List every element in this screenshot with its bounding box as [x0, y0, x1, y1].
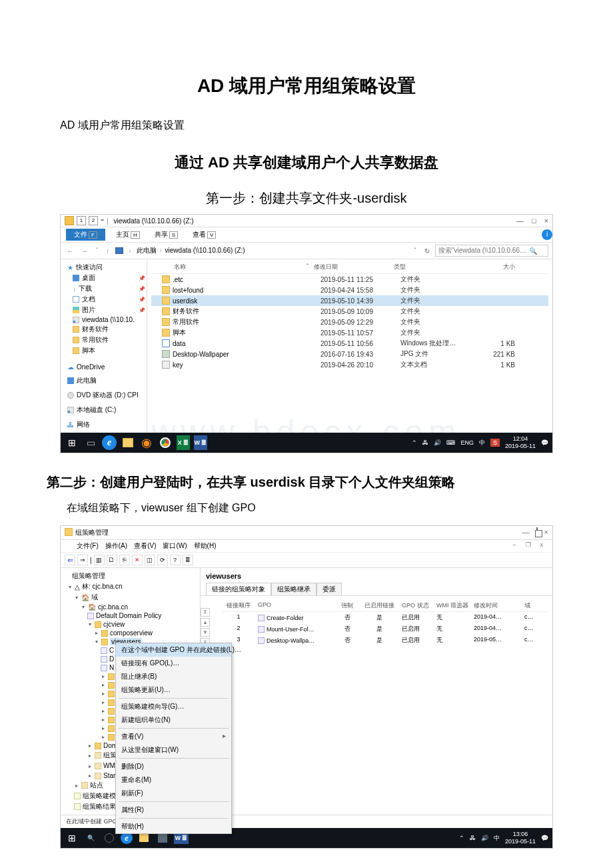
- forward-button[interactable]: ⇒: [77, 555, 88, 565]
- ime-lang-icon[interactable]: ENG: [460, 439, 474, 446]
- tree-domains[interactable]: 域: [91, 593, 98, 602]
- ctx-modeling-wizard[interactable]: 组策略建模向导(G)…: [116, 700, 231, 713]
- tray-up-icon[interactable]: ⌃: [459, 835, 464, 841]
- col-link-enabled[interactable]: 已启用链接: [359, 600, 399, 611]
- ctx-new-window[interactable]: 从这里创建窗口(W): [116, 743, 231, 757]
- sidebar-pictures[interactable]: 图片: [82, 305, 95, 315]
- sidebar-downloads[interactable]: 下载: [79, 284, 92, 293]
- up-button[interactable]: ↑: [104, 247, 111, 255]
- col-order[interactable]: 链接顺序: [222, 600, 255, 611]
- help-button[interactable]: ?: [170, 555, 181, 565]
- file-row[interactable]: key2019-04-26 20:10文本文档1 KB: [151, 359, 548, 370]
- properties-button[interactable]: 🗋: [107, 555, 117, 565]
- context-menu[interactable]: 在这个域中创建 GPO 并在此处链接(L)… 链接现有 GPO(L)… 阻止继承…: [115, 643, 232, 834]
- gpo-row[interactable]: 1Create-Folder否是已启用无2019-04…c…: [222, 612, 547, 623]
- file-row[interactable]: 脚本2019-05-11 10:57文件夹: [151, 327, 548, 338]
- tree-composerview[interactable]: composerview: [110, 629, 153, 637]
- file-row[interactable]: data2019-05-11 10:56Windows 批处理…1 KB: [151, 338, 548, 349]
- tree-modeling[interactable]: 组策略建模: [83, 791, 116, 801]
- tree-domain[interactable]: cjc.bna.cn: [98, 603, 128, 611]
- ctx-link-existing[interactable]: 链接现有 GPO(L)…: [116, 657, 231, 670]
- network-tray-icon[interactable]: 🖧: [470, 835, 476, 841]
- col-type[interactable]: 类型: [391, 261, 464, 273]
- gpo-row[interactable]: 3Desktop-Wallpa…否是已启用无2019-05…c…: [222, 635, 547, 646]
- file-row[interactable]: 常用软件2019-05-09 12:29文件夹: [151, 317, 548, 327]
- move-up-button[interactable]: ▲: [201, 618, 210, 627]
- volume-icon[interactable]: 🔊: [434, 439, 441, 446]
- option-button[interactable]: ◫: [145, 555, 155, 565]
- tree-forest[interactable]: 林: cjc.bna.cn: [82, 582, 123, 591]
- col-gpo[interactable]: GPO: [255, 600, 335, 611]
- menu-window[interactable]: 窗口(W): [160, 541, 189, 551]
- sidebar-thispc[interactable]: 此电脑: [77, 376, 97, 385]
- ctx-properties[interactable]: 属性(R): [116, 803, 231, 817]
- refresh-button[interactable]: ↻: [423, 247, 431, 255]
- tree-root[interactable]: 组策略管理: [72, 571, 105, 581]
- title-bar[interactable]: 组策略管理 — ×: [61, 526, 552, 540]
- sidebar-cdrive[interactable]: 本地磁盘 (C:): [77, 405, 116, 415]
- minimize-button[interactable]: —: [522, 528, 530, 537]
- sidebar-quick-access[interactable]: 快速访问: [76, 263, 103, 272]
- keyboard-icon[interactable]: ⌨: [446, 439, 455, 446]
- file-row[interactable]: .etc2019-05-11 11:25文件夹: [151, 274, 548, 285]
- menu-action[interactable]: 操作(A): [103, 541, 130, 551]
- ime-mode-icon[interactable]: 中: [479, 439, 485, 447]
- tree-gpo-link[interactable]: N: [109, 664, 114, 671]
- col-status[interactable]: GPO 状态: [399, 600, 434, 611]
- ctx-refresh[interactable]: 刷新(F): [116, 787, 231, 800]
- qat-2[interactable]: 2: [89, 216, 98, 225]
- search-input[interactable]: 搜索"viewdata (\\10.10.0.66…🔍: [435, 245, 548, 257]
- show-tree-button[interactable]: ▥: [94, 555, 105, 565]
- back-button[interactable]: ←: [65, 247, 75, 255]
- cortana-icon[interactable]: [102, 831, 117, 845]
- tree-sites[interactable]: 站点: [90, 781, 103, 790]
- ctx-create-link[interactable]: 在这个域中创建 GPO 并在此处链接(L)…: [116, 643, 231, 657]
- network-tray-icon[interactable]: 🖧: [422, 439, 428, 446]
- tree-pane[interactable]: 组策略管理 ▾△林: cjc.bna.cn ▾🏠域 ▾🏠cjc.bna.cn D…: [61, 568, 201, 815]
- tab-share[interactable]: 共享S: [151, 229, 182, 241]
- clock[interactable]: 12:042019-05-11: [505, 435, 536, 450]
- menu-bar[interactable]: 文件(F) 操作(A) 查看(V) 窗口(W) 帮助(H) – ❐ x: [61, 540, 552, 553]
- sidebar-documents[interactable]: 文档: [82, 295, 95, 304]
- info-icon[interactable]: i: [542, 229, 552, 240]
- explorer-icon[interactable]: [121, 435, 135, 450]
- forward-button[interactable]: →: [79, 247, 90, 255]
- volume-icon[interactable]: 🔊: [481, 835, 488, 841]
- tab-home[interactable]: 主页H: [112, 229, 144, 241]
- start-button[interactable]: ⊞: [65, 435, 79, 450]
- tree-ddp[interactable]: Default Domain Policy: [96, 612, 161, 619]
- menu-view[interactable]: 查看(V): [131, 541, 159, 551]
- order-spinner[interactable]: ⊼ ▲ ▼ ⊻: [201, 608, 210, 647]
- tree-gpo-link[interactable]: C: [109, 647, 114, 654]
- ctx-new-ou[interactable]: 新建组织单位(N): [116, 713, 231, 727]
- file-row[interactable]: 财务软件2019-05-09 10:09文件夹: [151, 306, 548, 317]
- breadcrumb[interactable]: 此电脑 › viewdata (\\10.10.0.66) (Z:): [137, 246, 407, 255]
- maximize-button[interactable]: □: [532, 217, 536, 225]
- delete-button[interactable]: ✕: [132, 555, 143, 565]
- ime-mode-icon[interactable]: 中: [494, 834, 500, 843]
- tree-cjcview[interactable]: cjcview: [103, 621, 125, 628]
- start-button[interactable]: ⊞: [65, 831, 79, 845]
- sidebar-common[interactable]: 常用软件: [82, 335, 109, 345]
- tab-delegation[interactable]: 委派: [316, 583, 342, 595]
- col-wmi[interactable]: WMI 筛选器: [434, 600, 471, 611]
- word-icon[interactable]: W ≣: [194, 435, 207, 450]
- minimize-button[interactable]: —: [516, 217, 524, 225]
- back-button[interactable]: ⇐: [65, 555, 75, 565]
- refresh-button[interactable]: ⟳: [157, 555, 168, 565]
- tray-up-icon[interactable]: ⌃: [412, 439, 417, 446]
- notification-icon[interactable]: 💬: [541, 439, 548, 446]
- export-button[interactable]: ⎘: [119, 555, 130, 565]
- restore-button[interactable]: [536, 528, 538, 537]
- file-row[interactable]: Desktop-Wallpaper2016-07-16 19:43JPG 文件2…: [151, 349, 548, 359]
- ctx-view[interactable]: 查看(V)▸: [116, 730, 231, 743]
- ctx-delete[interactable]: 删除(D): [116, 760, 231, 773]
- gpo-row[interactable]: 2Mount-User-Fol…否是已启用无2019-04…c…: [222, 623, 547, 635]
- inner-close-button[interactable]: x: [538, 541, 546, 551]
- sidebar-viewdata[interactable]: viewdata (\\10.10.: [82, 316, 135, 323]
- tab-inheritance[interactable]: 组策略继承: [271, 583, 316, 595]
- tab-view[interactable]: 查看V: [189, 229, 220, 241]
- file-row[interactable]: userdisk2019-05-10 14:39文件夹: [151, 295, 548, 306]
- col-date[interactable]: 修改日期: [311, 261, 391, 273]
- ctx-block-inherit[interactable]: 阻止继承(B): [116, 670, 231, 683]
